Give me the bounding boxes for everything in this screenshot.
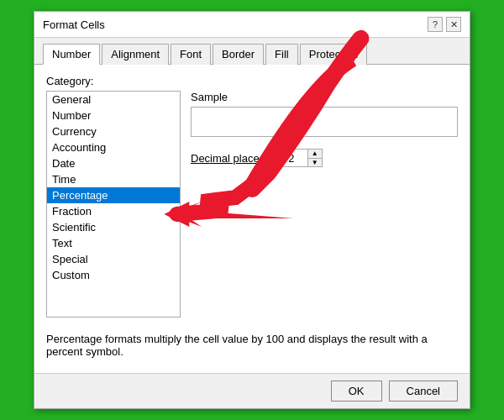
list-item[interactable]: Fraction <box>47 203 180 219</box>
list-item[interactable]: Currency <box>47 123 180 139</box>
title-bar-controls: ? ✕ <box>428 17 461 32</box>
title-bar: Format Cells ? ✕ <box>34 12 470 38</box>
spinner-down-button[interactable]: ▼ <box>308 159 322 167</box>
close-button[interactable]: ✕ <box>446 17 461 32</box>
list-item[interactable]: Time <box>47 171 180 187</box>
description-text: Percentage formats multiply the cell val… <box>46 328 458 363</box>
list-item[interactable]: Text <box>47 235 180 251</box>
tab-border[interactable]: Border <box>213 44 264 65</box>
list-item[interactable]: General <box>47 92 180 108</box>
tab-font[interactable]: Font <box>171 44 211 65</box>
tab-fill[interactable]: Fill <box>265 44 298 65</box>
list-item[interactable]: Custom <box>47 267 180 283</box>
sample-box <box>191 107 458 137</box>
decimal-row: Decimal places: ▲ ▼ <box>191 149 458 167</box>
sample-label: Sample <box>191 91 458 103</box>
content-row: General Number Currency Accounting Date … <box>46 91 458 318</box>
ok-button[interactable]: OK <box>331 381 382 402</box>
list-item[interactable]: Accounting <box>47 139 180 155</box>
right-panel: Sample Decimal places: ▲ ▼ <box>191 91 458 318</box>
spinner-up-button[interactable]: ▲ <box>308 150 322 159</box>
decimal-input[interactable] <box>275 149 308 167</box>
tab-alignment[interactable]: Alignment <box>102 44 169 65</box>
spinner-buttons: ▲ ▼ <box>308 149 323 167</box>
tab-number[interactable]: Number <box>43 44 100 65</box>
decimal-label: Decimal places: <box>191 152 268 165</box>
cancel-button[interactable]: Cancel <box>389 381 458 402</box>
format-cells-dialog: Format Cells ? ✕ Number Alignment Font B… <box>34 11 470 409</box>
list-item[interactable]: Special <box>47 251 180 267</box>
category-label: Category: <box>46 75 458 87</box>
category-list-container[interactable]: General Number Currency Accounting Date … <box>46 91 181 318</box>
dialog-footer: OK Cancel <box>34 373 470 408</box>
dialog-title: Format Cells <box>43 18 105 31</box>
tab-protection[interactable]: Protection <box>300 44 368 65</box>
dialog-body: Category: General Number Currency Accoun… <box>34 65 470 373</box>
decimal-spinner: ▲ ▼ <box>275 149 323 167</box>
help-button[interactable]: ? <box>428 17 443 32</box>
list-item[interactable]: Number <box>47 108 180 123</box>
tabs-bar: Number Alignment Font Border Fill Protec… <box>34 38 470 65</box>
list-item[interactable]: Scientific <box>47 219 180 235</box>
list-item[interactable]: Date <box>47 155 180 171</box>
list-item-percentage[interactable]: Percentage <box>47 187 180 203</box>
category-list: General Number Currency Accounting Date … <box>47 92 180 283</box>
